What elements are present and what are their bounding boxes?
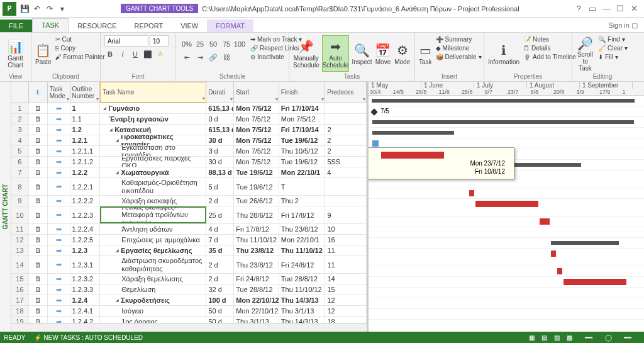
- tab-report[interactable]: REPORT: [126, 20, 172, 32]
- bold-button[interactable]: B: [104, 48, 116, 60]
- table-row[interactable]: 4🗓➡1.2.1Προκαταρκτικές εργασίες30 dMon 7…: [11, 135, 367, 146]
- deliverable-button[interactable]: 📦Deliverable ▾: [435, 53, 483, 61]
- manually-schedule-button[interactable]: 📌Manually Schedule: [293, 35, 319, 72]
- table-row[interactable]: 3🗓➡1.2Κατασκευή615,13 dMon 7/5/12Fri 17/…: [11, 125, 367, 135]
- table-row[interactable]: 10🗓➡1.2.2.3Γενικές εκσκαφές-Μεταφορά προ…: [11, 206, 367, 224]
- table-row[interactable]: 11🗓➡1.2.2.4Άντληση υδάτων4 dFri 17/8/12T…: [11, 224, 367, 235]
- cut-button[interactable]: ✂Cut: [54, 35, 106, 43]
- table-row[interactable]: 18🗓➡1.2.4.1Ισόγειο50 dMon 22/10/12Thu 3/…: [11, 306, 367, 317]
- pct0-button[interactable]: 0%: [181, 38, 192, 50]
- gantt-row[interactable]: [369, 320, 644, 330]
- maximize-icon[interactable]: ☐: [614, 4, 626, 13]
- col-finish[interactable]: Finish▾: [279, 82, 326, 103]
- table-row[interactable]: 14🗓➡1.2.3.1Διάστρωση σκυροδέματος καθαρι…: [11, 256, 367, 274]
- tab-resource[interactable]: RESOURCE: [69, 20, 125, 32]
- close-icon[interactable]: ✕: [628, 4, 640, 13]
- gantt-task-bar[interactable]: [551, 250, 556, 257]
- view-sidebar[interactable]: GANTT CHART: [0, 82, 11, 332]
- information-button[interactable]: ℹInformation: [488, 35, 519, 72]
- gantt-task-bar[interactable]: [557, 268, 562, 274]
- table-row[interactable]: 9🗓➡1.2.2.2Χάραξη εκσκαφής2 dTue 26/6/12T…: [11, 196, 367, 206]
- undo-icon[interactable]: ↶: [31, 3, 43, 14]
- col-outline-number[interactable]: Outline Number▾: [70, 82, 101, 103]
- help-icon[interactable]: ?: [572, 4, 585, 13]
- minimize-icon[interactable]: —: [600, 4, 613, 13]
- gantt-row[interactable]: [369, 128, 644, 138]
- col-info[interactable]: ℹ: [29, 82, 48, 103]
- gantt-task-bar[interactable]: [372, 140, 379, 147]
- gantt-row[interactable]: [369, 277, 644, 288]
- zoom-in-icon[interactable]: ━━: [615, 334, 640, 341]
- notes-button[interactable]: 📝Notes: [522, 35, 577, 43]
- timescale[interactable]: 1 May1 June1 July1 August1 September 30/…: [369, 82, 644, 96]
- gantt-row[interactable]: [369, 238, 644, 249]
- gantt-summary-bar[interactable]: [372, 120, 634, 124]
- pct75-button[interactable]: 75: [221, 38, 232, 50]
- font-size-select[interactable]: [150, 35, 169, 47]
- gantt-row[interactable]: [369, 96, 644, 106]
- gantt-summary-bar[interactable]: [372, 131, 454, 135]
- redo-icon[interactable]: ↷: [44, 3, 55, 14]
- zoom-slider[interactable]: ◯: [602, 334, 614, 341]
- table-row[interactable]: 5🗓➡1.2.1.1Εγκατάσταση στο εργοτάξιο3 dMo…: [11, 146, 367, 157]
- gantt-row[interactable]: [369, 117, 644, 128]
- format-painter-button[interactable]: 🖌Format Painter: [54, 53, 106, 61]
- table-row[interactable]: 12🗓➡1.2.2.5Επιχώσεις με αμμοχάλικα7 dThu…: [11, 235, 367, 245]
- table-row[interactable]: 15🗓➡1.2.3.2Χάραξη θεμελίωσης2 dFri 24/8/…: [11, 274, 367, 284]
- outdent-button[interactable]: ⇤: [181, 52, 192, 63]
- zoom-out-icon[interactable]: ━━: [576, 334, 601, 341]
- gantt-row[interactable]: [369, 199, 644, 216]
- font-color-button[interactable]: ⬛: [142, 48, 153, 60]
- find-button[interactable]: 🔍Find ▾: [597, 35, 629, 43]
- tab-file[interactable]: FILE: [0, 20, 32, 32]
- link-button[interactable]: 🔗: [208, 52, 219, 63]
- gantt-row[interactable]: [369, 266, 644, 277]
- gantt-row[interactable]: [369, 298, 644, 309]
- col-rownum[interactable]: [11, 82, 29, 103]
- unlink-button[interactable]: ⛓: [221, 52, 232, 63]
- tab-view[interactable]: VIEW: [172, 20, 207, 32]
- col-task-mode[interactable]: Task Mode▾: [48, 82, 70, 103]
- gantt-task-bar[interactable]: [540, 218, 550, 225]
- table-row[interactable]: 7🗓➡1.2.2Χωματουργικά88,13 dTue 19/6/12Mo…: [11, 167, 367, 178]
- col-start[interactable]: Start▾: [234, 82, 279, 103]
- table-row[interactable]: 2🗓➡1.1Έναρξη εργασιών0 dMon 7/5/12Mon 7/…: [11, 114, 367, 125]
- gantt-row[interactable]: [369, 309, 644, 320]
- view-gantt-icon[interactable]: ▦: [526, 334, 537, 341]
- add-timeline-button[interactable]: 🪢Add to Timeline: [522, 53, 577, 61]
- fill-color-button[interactable]: A: [155, 48, 166, 60]
- gantt-row[interactable]: [369, 227, 644, 238]
- inspect-button[interactable]: 🔍Inspect: [352, 35, 372, 72]
- view-calendar-icon[interactable]: ▩: [564, 334, 575, 341]
- table-row[interactable]: 8🗓➡1.2.2.1Καθαρισμός-Οριοθέτηση οικοπέδο…: [11, 178, 367, 196]
- fill-button[interactable]: ⬇Fill ▾: [597, 53, 629, 61]
- milestone-button[interactable]: ◆Milestone: [435, 44, 483, 52]
- gantt-row[interactable]: [369, 188, 644, 199]
- move-button[interactable]: 📅Move: [375, 35, 392, 72]
- font-name-select[interactable]: [104, 35, 148, 47]
- table-row[interactable]: 17🗓➡1.2.4Σκυροδετήσεις100 dMon 22/10/12T…: [11, 295, 367, 306]
- col-task-name[interactable]: Task Name▾: [100, 82, 206, 103]
- table-row[interactable]: 6🗓➡1.2.1.2Εργοταξιακές παροχές ΟΚΩ30 dMo…: [11, 157, 367, 167]
- auto-schedule-button[interactable]: ➡Auto Schedule: [322, 35, 350, 72]
- gantt-row[interactable]: 7/5: [369, 106, 644, 117]
- table-row[interactable]: 16🗓➡1.2.3.3Θεμελίωση32 dTue 28/8/12Thu 1…: [11, 284, 367, 295]
- underline-button[interactable]: U: [130, 48, 141, 60]
- col-predecessors[interactable]: Predeces▾: [325, 82, 367, 103]
- view-network-icon[interactable]: ▧: [551, 334, 562, 341]
- italic-button[interactable]: I: [117, 48, 128, 60]
- indent-button[interactable]: ⇥: [194, 52, 206, 63]
- pct25-button[interactable]: 25: [194, 38, 206, 50]
- copy-button[interactable]: ⎘Copy: [54, 44, 106, 52]
- table-row[interactable]: 1🗓➡1Γυμνάσιο615,13 dMon 7/5/12Fri 17/10/…: [11, 103, 367, 114]
- table-row[interactable]: 19🗓➡1.2.4.21ος όροφος50 dThu 3/1/13Thu 1…: [11, 317, 367, 323]
- col-duration[interactable]: Durati▾: [206, 82, 234, 103]
- task-insert-button[interactable]: ▭Task: [419, 35, 432, 72]
- gantt-task-bar[interactable]: [475, 201, 538, 207]
- tab-format[interactable]: FORMAT: [207, 20, 253, 32]
- summary-button[interactable]: ➕Summary: [435, 35, 483, 43]
- gantt-summary-bar[interactable]: [372, 99, 635, 103]
- status-new-tasks[interactable]: ⚡ NEW TASKS : AUTO SCHEDULED: [34, 334, 143, 341]
- gantt-milestone[interactable]: [370, 108, 377, 115]
- paste-button[interactable]: 📋Paste: [35, 35, 52, 72]
